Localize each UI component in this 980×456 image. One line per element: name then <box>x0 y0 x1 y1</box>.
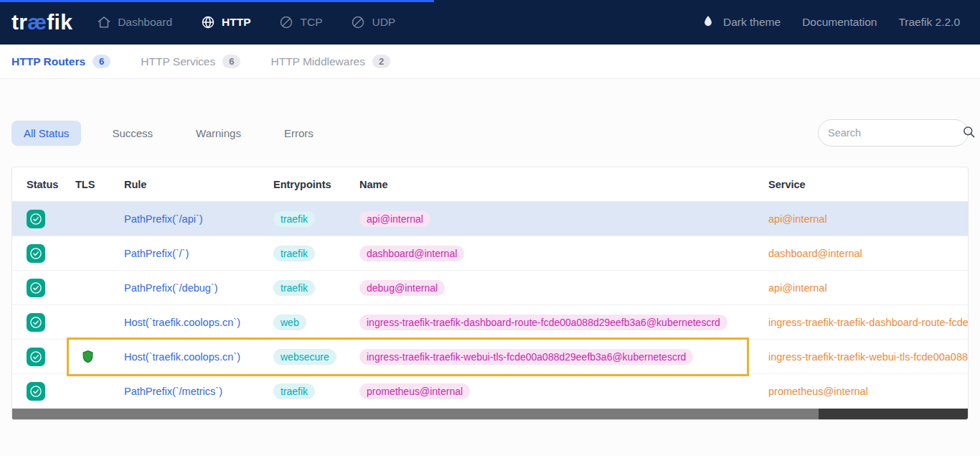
status-enabled-icon <box>27 210 45 228</box>
status-cell <box>27 279 75 297</box>
nav-item-label: TCP <box>300 16 322 29</box>
service-cell: ingress-traefik-traefik-webui-tls-fcde00… <box>768 351 969 363</box>
nav-item-http[interactable]: HTTP <box>201 15 250 29</box>
name-badge: api@internal <box>359 211 430 227</box>
entrypoint-badge: traefik <box>273 211 315 227</box>
filter-errors[interactable]: Errors <box>272 121 326 146</box>
tab-http-middlewares[interactable]: HTTP Middlewares 2 <box>270 55 390 68</box>
status-enabled-icon <box>27 382 45 401</box>
search-icon[interactable] <box>962 125 976 141</box>
name-badge: ingress-traefik-traefik-dashboard-route-… <box>359 315 727 330</box>
tab-label: HTTP Routers <box>11 55 85 68</box>
count-badge: 6 <box>222 55 240 68</box>
filter-all-status[interactable]: All Status <box>11 121 81 146</box>
name-cell: prometheus@internal <box>359 383 768 399</box>
status-cell <box>27 210 75 228</box>
table-row[interactable]: Host(`traefik.coolops.cn`) web ingress-t… <box>12 305 968 340</box>
top-navbar: træfik Dashboard HTTP TCP UDP <box>0 0 980 45</box>
service-cell: api@internal <box>768 213 969 225</box>
main-content: All Status Success Warnings Errors Statu… <box>0 79 980 456</box>
toolbar: All Status Success Warnings Errors <box>11 79 969 146</box>
nav-item-label: HTTP <box>222 16 250 29</box>
section-tabs: HTTP Routers 6 HTTP Services 6 HTTP Midd… <box>0 45 980 79</box>
loading-progress-bar <box>0 0 434 2</box>
table-header-row: Status TLS Rule Entrypoints Name Service <box>12 167 968 202</box>
name-badge: prometheus@internal <box>359 383 470 399</box>
globe-icon <box>279 15 293 29</box>
service-cell: api@internal <box>768 282 969 294</box>
entrypoint-badge: traefik <box>273 246 315 261</box>
rule-cell: PathPrefix(`/debug`) <box>124 282 273 294</box>
nav-item-dashboard[interactable]: Dashboard <box>97 15 172 29</box>
version-label: Traefik 2.2.0 <box>898 16 960 29</box>
tab-label: HTTP Middlewares <box>270 55 365 68</box>
status-enabled-icon <box>27 244 45 263</box>
status-enabled-icon <box>27 313 45 332</box>
status-enabled-icon <box>27 279 45 297</box>
tls-cell <box>75 349 124 364</box>
header-status: Status <box>27 179 75 190</box>
service-text: prometheus@internal <box>768 386 868 397</box>
table-row[interactable]: Host(`traefik.coolops.cn`) websecure ing… <box>12 340 968 374</box>
filter-warnings[interactable]: Warnings <box>184 121 253 146</box>
nav-item-tcp[interactable]: TCP <box>279 15 322 29</box>
navbar-right: Dark theme Documentation Traefik 2.2.0 <box>702 14 960 31</box>
horizontal-scrollbar[interactable] <box>12 409 968 419</box>
tab-http-services[interactable]: HTTP Services 6 <box>141 55 240 68</box>
logo-text: fik <box>47 10 72 34</box>
table-row[interactable]: PathPrefix(`/`) traefik dashboard@intern… <box>12 236 968 271</box>
service-text: ingress-traefik-traefik-dashboard-route-… <box>768 317 969 328</box>
name-badge: debug@internal <box>359 280 445 296</box>
name-cell: dashboard@internal <box>359 246 768 261</box>
scrollbar-thumb[interactable] <box>12 409 819 419</box>
header-service: Service <box>768 179 969 190</box>
tls-cell <box>75 280 124 295</box>
main-nav: Dashboard HTTP TCP UDP <box>97 15 395 29</box>
entrypoints-cell: traefik <box>273 246 359 261</box>
dark-theme-label: Dark theme <box>723 16 781 29</box>
filter-success[interactable]: Success <box>100 121 165 146</box>
globe-icon <box>201 15 215 29</box>
rule-text: PathPrefix(`/api`) <box>124 213 203 225</box>
rule-text: PathPrefix(`/debug`) <box>124 282 218 294</box>
tls-cell <box>75 315 124 330</box>
table-row[interactable]: PathPrefix(`/api`) traefik api@internal … <box>12 202 968 236</box>
name-cell: api@internal <box>359 211 768 227</box>
rule-text: Host(`traefik.coolops.cn`) <box>124 351 240 363</box>
status-cell <box>27 382 75 401</box>
name-badge: ingress-traefik-traefik-webui-tls-fcde00… <box>359 349 693 365</box>
logo-text: tr <box>11 10 27 34</box>
search-box <box>818 119 969 146</box>
header-name: Name <box>359 179 768 190</box>
rule-cell: Host(`traefik.coolops.cn`) <box>124 317 273 328</box>
name-cell: ingress-traefik-traefik-dashboard-route-… <box>359 315 768 330</box>
rule-cell: PathPrefix(`/metrics`) <box>124 386 273 397</box>
name-cell: ingress-traefik-traefik-webui-tls-fcde00… <box>359 349 768 365</box>
rule-cell: PathPrefix(`/api`) <box>124 213 273 225</box>
count-badge: 6 <box>93 55 110 68</box>
tls-shield-icon <box>81 349 95 364</box>
nav-item-udp[interactable]: UDP <box>351 15 395 29</box>
table-row[interactable]: PathPrefix(`/metrics`) traefik prometheu… <box>12 374 968 409</box>
nav-item-label: UDP <box>372 16 395 29</box>
status-cell <box>27 313 75 332</box>
rule-text: Host(`traefik.coolops.cn`) <box>124 317 240 328</box>
tls-cell <box>75 211 124 226</box>
tab-label: HTTP Services <box>141 55 215 68</box>
header-tls: TLS <box>75 179 124 190</box>
dark-theme-toggle[interactable]: Dark theme <box>702 14 781 31</box>
rule-cell: PathPrefix(`/`) <box>124 248 273 259</box>
nav-item-label: Dashboard <box>118 16 172 29</box>
search-input[interactable] <box>828 127 962 139</box>
entrypoint-badge: traefik <box>273 383 315 399</box>
entrypoints-cell: web <box>273 315 359 330</box>
rule-text: PathPrefix(`/metrics`) <box>124 386 222 397</box>
table-row[interactable]: PathPrefix(`/debug`) traefik debug@inter… <box>12 271 968 305</box>
service-text: dashboard@internal <box>768 248 862 259</box>
entrypoint-badge: traefik <box>273 280 315 296</box>
tab-http-routers[interactable]: HTTP Routers 6 <box>11 55 110 68</box>
service-text: api@internal <box>768 213 827 225</box>
documentation-link[interactable]: Documentation <box>802 16 877 29</box>
traefik-logo[interactable]: træfik <box>11 10 72 34</box>
status-cell <box>27 348 75 366</box>
